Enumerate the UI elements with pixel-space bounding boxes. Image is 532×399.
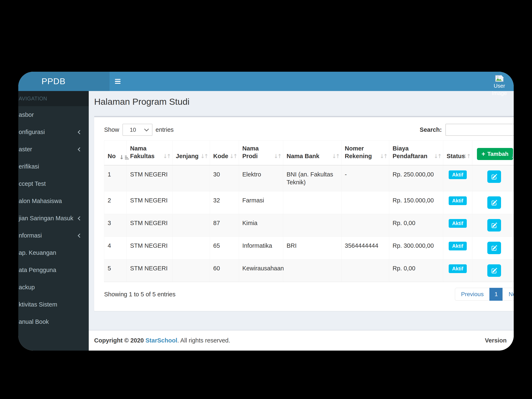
- table-row: 3STM NEGERI87KimiaRp. 0,00Aktif: [104, 214, 514, 237]
- sidebar-item-manual-book[interactable]: anual Book: [18, 313, 89, 330]
- edit-icon: [491, 200, 498, 206]
- program-studi-table: No↓Nama Fakultas↓↑Jenjang↓↑Kode↓↑Nama Pr…: [104, 140, 514, 282]
- column-header-kode[interactable]: Kode↓↑: [210, 140, 239, 165]
- starschool-link[interactable]: StarSchool: [146, 337, 177, 344]
- page-length-select[interactable]: 10: [123, 124, 152, 136]
- sidebar-item-ujian-saringan-masuk[interactable]: jian Saringan Masuk: [18, 210, 89, 227]
- column-header-status[interactable]: Status↓↑: [443, 140, 472, 165]
- cell-action: [472, 165, 514, 191]
- sidebar-item-informasi[interactable]: nformasi: [18, 227, 89, 244]
- status-badge: Aktif: [449, 196, 467, 205]
- cell-prodi: Elektro: [239, 165, 283, 191]
- sidebar-item-verifikasi[interactable]: erifikasi: [18, 158, 89, 175]
- cell-no: 2: [104, 191, 127, 214]
- sort-icon: ↓↑: [511, 152, 514, 160]
- sidebar-item-accept-test[interactable]: ccept Test: [18, 175, 89, 192]
- pagination-previous-button[interactable]: Previous: [455, 288, 490, 301]
- sidebar-item-lap-keuangan[interactable]: ap. Keuangan: [18, 244, 89, 261]
- add-button[interactable]: +Tambah: [477, 148, 513, 160]
- brand-logo[interactable]: PPDB: [18, 72, 109, 91]
- cell-biaya: Rp. 0,00: [389, 259, 443, 282]
- cell-bank: [283, 214, 342, 237]
- cell-action: [472, 214, 514, 237]
- sidebar: AVIGATION asboronfigurasiastererifikasic…: [18, 91, 89, 351]
- table-row: 1STM NEGERI30ElektroBNI (an. Fakultas Te…: [104, 165, 514, 191]
- sidebar-item-dasbor[interactable]: asbor: [18, 106, 89, 123]
- status-badge: Aktif: [449, 171, 467, 179]
- sidebar-item-label: ktivitas Sistem: [19, 301, 57, 308]
- sidebar-item-label: ccept Test: [19, 180, 46, 187]
- cell-action: [472, 191, 514, 214]
- cell-kode: 65: [210, 237, 239, 259]
- cell-jenjang: [172, 214, 210, 237]
- cell-bank: BRI: [283, 237, 342, 259]
- sidebar-item-calon-mahasiswa[interactable]: alon Mahasiswa: [18, 192, 89, 210]
- edit-icon: [491, 173, 498, 180]
- edit-button[interactable]: [487, 171, 501, 183]
- cell-fakultas: STM NEGERI: [127, 237, 172, 259]
- cell-fakultas: STM NEGERI: [127, 191, 172, 214]
- pagination-next-button[interactable]: Next: [502, 288, 514, 301]
- sort-icon: ↓↑: [274, 152, 281, 160]
- sort-icon: ↓↑: [229, 152, 237, 160]
- cell-prodi: Farmasi: [239, 191, 283, 214]
- table-header-row: No↓Nama Fakultas↓↑Jenjang↓↑Kode↓↑Nama Pr…: [104, 140, 514, 165]
- user-menu[interactable]: User Image: [490, 75, 508, 97]
- sidebar-item-label: ap. Keuangan: [19, 249, 56, 256]
- copyright-rest: . All rights reserved.: [177, 337, 230, 344]
- sort-icon: ↓↑: [200, 152, 208, 160]
- datatable-toolbar: Show 10 entries Search:: [104, 124, 514, 136]
- sidebar-item-backup[interactable]: ackup: [18, 279, 89, 296]
- main-row: AVIGATION asboronfigurasiastererifikasic…: [18, 91, 514, 351]
- column-label: Nama Bank: [287, 153, 319, 159]
- cell-status: Aktif: [443, 259, 472, 282]
- cell-bank: BNI (an. Fakultas Teknik): [283, 165, 342, 191]
- add-button-label: Tambah: [487, 151, 508, 157]
- column-header-fakultas[interactable]: Nama Fakultas↓↑: [127, 140, 172, 165]
- sidebar-toggle-button[interactable]: [109, 72, 126, 91]
- entries-label: entries: [156, 126, 174, 133]
- column-header-action[interactable]: +Tambah↓↑: [472, 140, 514, 165]
- sidebar-item-master[interactable]: aster: [18, 141, 89, 158]
- page-length-select-wrap: 10: [123, 124, 152, 136]
- column-header-rekening[interactable]: Nomer Rekening↓↑: [342, 140, 389, 165]
- cell-fakultas: STM NEGERI: [127, 165, 172, 191]
- sidebar-item-label: nformasi: [19, 232, 42, 239]
- sidebar-item-label: anual Book: [19, 318, 49, 325]
- brand-text: PPDB: [42, 76, 66, 86]
- edit-button[interactable]: [487, 219, 501, 232]
- column-label: Status: [447, 153, 465, 159]
- column-header-no[interactable]: No↓: [104, 140, 127, 165]
- pagination-page-1-button[interactable]: 1: [489, 288, 503, 301]
- column-header-bank[interactable]: Nama Bank↓↑: [283, 140, 342, 165]
- sidebar-item-data-pengguna[interactable]: ata Pengguna: [18, 261, 89, 279]
- sidebar-item-konfigurasi[interactable]: onfigurasi: [18, 123, 89, 141]
- sidebar-item-label: ackup: [19, 284, 35, 291]
- search-group: Search:: [420, 124, 514, 136]
- entries-summary: Showing 1 to 5 of 5 entries: [104, 291, 175, 298]
- column-header-jenjang[interactable]: Jenjang↓↑: [172, 140, 210, 165]
- edit-button[interactable]: [487, 242, 501, 254]
- cell-no: 1: [104, 165, 127, 191]
- chevron-left-icon: [78, 216, 82, 221]
- cell-rekening: [342, 214, 389, 237]
- page-length-group: Show 10 entries: [104, 124, 174, 136]
- sidebar-item-label: asbor: [19, 111, 34, 118]
- edit-button[interactable]: [487, 196, 501, 209]
- table-row: 4STM NEGERI65InformatikaBRI3564444444Rp.…: [104, 237, 514, 259]
- sidebar-item-label: onfigurasi: [19, 129, 45, 135]
- sidebar-item-label: alon Mahasiswa: [19, 198, 62, 204]
- sidebar-item-aktivitas-sistem[interactable]: ktivitas Sistem: [18, 296, 89, 313]
- column-header-biaya[interactable]: Biaya Pendaftaran↓↑: [389, 140, 443, 165]
- column-header-prodi[interactable]: Nama Prodi↓↑: [239, 140, 283, 165]
- copyright-bold: Copyright © 2020: [94, 337, 144, 344]
- edit-button[interactable]: [487, 264, 501, 277]
- cell-rekening: 3564444444: [342, 237, 389, 259]
- plus-icon: +: [481, 151, 485, 157]
- user-image-alt-line2: Image: [492, 90, 507, 96]
- edit-icon: [491, 267, 498, 274]
- app-footer: Copyright © 2020 StarSchool. All rights …: [89, 330, 514, 351]
- datatable-card: Show 10 entries Search:: [94, 116, 514, 311]
- sort-icon: ↓↑: [332, 152, 339, 160]
- search-input[interactable]: [446, 124, 514, 136]
